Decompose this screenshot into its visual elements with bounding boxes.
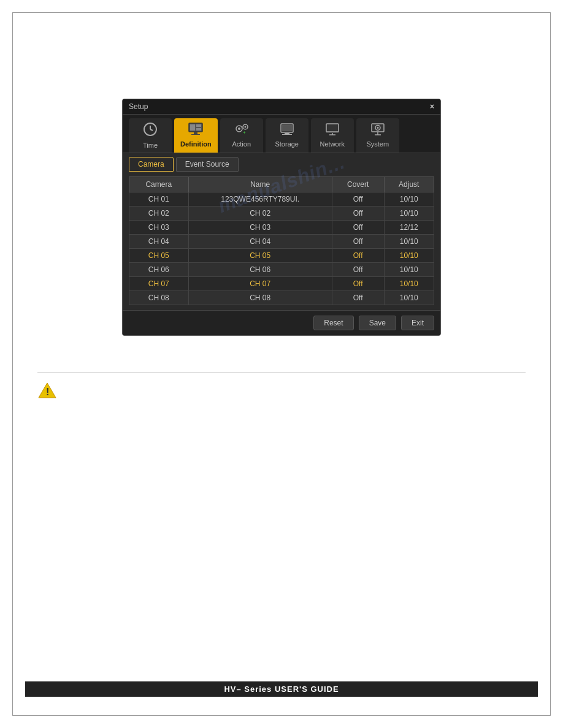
cell-adjust: 10/10 xyxy=(384,277,434,291)
save-button[interactable]: Save xyxy=(359,316,396,330)
tab-time-label: Time xyxy=(143,142,158,149)
table-row[interactable]: CH 08CH 08Off10/10 xyxy=(129,291,434,305)
cell-covert: Off xyxy=(332,192,384,207)
svg-text:+: + xyxy=(243,130,246,135)
tab-action[interactable]: + Action xyxy=(220,118,263,153)
system-icon xyxy=(370,122,386,138)
tab-system-label: System xyxy=(366,140,389,148)
page-border: manualshin... Setup × Time xyxy=(12,12,551,716)
cell-name: 123QWE456RTY789UI. xyxy=(188,192,332,207)
sub-tab-camera-label: Camera xyxy=(138,160,164,169)
cell-name: CH 05 xyxy=(188,249,332,263)
svg-rect-4 xyxy=(190,124,195,131)
footer-bar: HV– Series USER'S GUIDE xyxy=(25,681,538,697)
cell-covert: Off xyxy=(332,277,384,291)
tab-storage-label: Storage xyxy=(275,140,299,148)
svg-rect-19 xyxy=(326,132,339,133)
cell-adjust: 10/10 xyxy=(384,249,434,263)
col-header-covert: Covert xyxy=(332,177,384,192)
svg-point-10 xyxy=(238,127,240,130)
table-row[interactable]: CH 06CH 06Off10/10 xyxy=(129,263,434,277)
cell-name: CH 06 xyxy=(188,263,332,277)
tab-network[interactable]: Network xyxy=(311,118,354,153)
cell-camera: CH 03 xyxy=(129,221,189,235)
network-icon xyxy=(324,122,340,138)
svg-rect-17 xyxy=(282,134,292,135)
cell-covert: Off xyxy=(332,249,384,263)
sub-tab-event-source[interactable]: Event Source xyxy=(176,157,239,172)
cell-camera: CH 06 xyxy=(129,263,189,277)
svg-rect-7 xyxy=(194,132,197,134)
cell-camera: CH 07 xyxy=(129,277,189,291)
svg-text:!: ! xyxy=(46,387,49,397)
cell-adjust: 10/10 xyxy=(384,263,434,277)
tab-definition[interactable]: Definition xyxy=(174,118,218,153)
cell-camera: CH 01 xyxy=(129,192,189,207)
action-icon: + xyxy=(234,122,250,138)
cell-name: CH 08 xyxy=(188,291,332,305)
cell-adjust: 10/10 xyxy=(384,291,434,305)
tab-system[interactable]: System xyxy=(356,118,399,153)
cell-camera: CH 05 xyxy=(129,249,189,263)
table-row[interactable]: CH 04CH 04Off10/10 xyxy=(129,235,434,249)
svg-rect-8 xyxy=(191,134,200,135)
tab-storage[interactable]: Storage xyxy=(266,118,308,153)
svg-rect-18 xyxy=(326,124,339,132)
cell-name: CH 04 xyxy=(188,235,332,249)
tab-time[interactable]: Time xyxy=(129,118,172,153)
svg-rect-5 xyxy=(196,124,201,127)
cell-name: CH 02 xyxy=(188,207,332,221)
dialog-title: Setup xyxy=(129,102,148,111)
cell-camera: CH 02 xyxy=(129,207,189,221)
warning-section: ! xyxy=(37,373,526,399)
sub-tab-event-source-label: Event Source xyxy=(185,160,229,169)
cell-camera: CH 08 xyxy=(129,291,189,305)
table-area: Camera Name Covert Adjust CH 01123QWE456… xyxy=(123,172,440,310)
cell-adjust: 10/10 xyxy=(384,192,434,207)
camera-table: Camera Name Covert Adjust CH 01123QWE456… xyxy=(129,176,434,305)
footer-label: HV– Series USER'S GUIDE xyxy=(224,684,339,694)
cell-covert: Off xyxy=(332,221,384,235)
cell-covert: Off xyxy=(332,263,384,277)
tab-action-label: Action xyxy=(232,140,251,148)
cell-covert: Off xyxy=(332,235,384,249)
sub-tab-camera[interactable]: Camera xyxy=(129,157,174,172)
definition-icon xyxy=(188,122,204,138)
col-header-camera: Camera xyxy=(129,177,189,192)
svg-rect-16 xyxy=(285,133,289,134)
cell-adjust: 10/10 xyxy=(384,207,434,221)
table-row[interactable]: CH 05CH 05Off10/10 xyxy=(129,249,434,263)
dialog-footer: Reset Save Exit xyxy=(123,310,440,335)
cell-adjust: 10/10 xyxy=(384,235,434,249)
storage-icon xyxy=(279,122,295,138)
time-icon xyxy=(143,122,158,140)
sub-tabs: Camera Event Source xyxy=(123,153,440,172)
cell-name: CH 03 xyxy=(188,221,332,235)
cell-covert: Off xyxy=(332,291,384,305)
close-button[interactable]: × xyxy=(430,102,434,111)
cell-camera: CH 04 xyxy=(129,235,189,249)
svg-point-12 xyxy=(244,126,246,128)
cell-covert: Off xyxy=(332,207,384,221)
nav-tabs: Time Definition xyxy=(123,115,440,153)
table-row[interactable]: CH 02CH 02Off10/10 xyxy=(129,207,434,221)
dialog-titlebar: Setup × xyxy=(123,99,440,115)
col-header-adjust: Adjust xyxy=(384,177,434,192)
warning-icon: ! xyxy=(37,382,57,399)
reset-button[interactable]: Reset xyxy=(313,316,353,330)
tab-definition-label: Definition xyxy=(180,140,212,148)
svg-rect-15 xyxy=(282,125,292,131)
cell-adjust: 12/12 xyxy=(384,221,434,235)
table-row[interactable]: CH 01123QWE456RTY789UI.Off10/10 xyxy=(129,192,434,207)
tab-network-label: Network xyxy=(320,140,345,148)
exit-button[interactable]: Exit xyxy=(401,316,434,330)
table-row[interactable]: CH 07CH 07Off10/10 xyxy=(129,277,434,291)
svg-rect-6 xyxy=(196,128,201,131)
svg-line-2 xyxy=(150,129,153,131)
cell-name: CH 07 xyxy=(188,277,332,291)
table-row[interactable]: CH 03CH 03Off12/12 xyxy=(129,221,434,235)
svg-point-24 xyxy=(377,127,378,129)
col-header-name: Name xyxy=(188,177,332,192)
setup-dialog: manualshin... Setup × Time xyxy=(122,99,441,336)
